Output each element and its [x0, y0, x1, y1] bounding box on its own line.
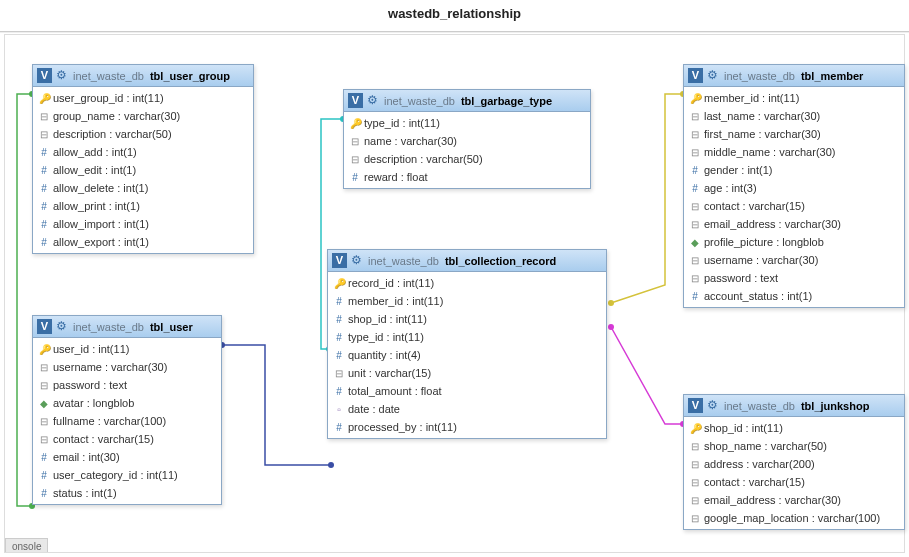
gear-icon[interactable]: ⚙: [707, 69, 720, 82]
column-row[interactable]: ⊟first_name : varchar(30): [684, 125, 904, 143]
column-row[interactable]: ⊟shop_name : varchar(50): [684, 437, 904, 455]
column-row[interactable]: ⊟username : varchar(30): [684, 251, 904, 269]
table-name-label: tbl_user_group: [150, 70, 230, 82]
column-row[interactable]: #total_amount : float: [328, 382, 606, 400]
column-label: avatar : longblob: [53, 397, 134, 409]
column-label: account_status : int(1): [704, 290, 812, 302]
column-row[interactable]: ⊟last_name : varchar(30): [684, 107, 904, 125]
column-row[interactable]: #reward : float: [344, 168, 590, 186]
table-user[interactable]: V⚙inet_waste_dbtbl_user🔑user_id : int(11…: [32, 315, 222, 505]
column-row[interactable]: ◆profile_picture : longblob: [684, 233, 904, 251]
column-row[interactable]: ⊟unit : varchar(15): [328, 364, 606, 382]
column-row[interactable]: ⊟password : text: [684, 269, 904, 287]
title-divider: [0, 31, 909, 32]
column-row[interactable]: ⊟password : text: [33, 376, 221, 394]
column-row[interactable]: ⊟contact : varchar(15): [684, 197, 904, 215]
table-header[interactable]: V⚙inet_waste_dbtbl_junkshop: [684, 395, 904, 417]
column-label: profile_picture : longblob: [704, 236, 824, 248]
column-label: record_id : int(11): [348, 277, 434, 289]
column-row[interactable]: ⊟fullname : varchar(100): [33, 412, 221, 430]
column-row[interactable]: #allow_delete : int(1): [33, 179, 253, 197]
column-row[interactable]: 🔑user_id : int(11): [33, 340, 221, 358]
column-row[interactable]: ⊟username : varchar(30): [33, 358, 221, 376]
column-row[interactable]: 🔑type_id : int(11): [344, 114, 590, 132]
table-header[interactable]: V⚙inet_waste_dbtbl_garbage_type: [344, 90, 590, 112]
column-row[interactable]: #email : int(30): [33, 448, 221, 466]
hash-icon: #: [39, 237, 49, 248]
gear-icon[interactable]: ⚙: [56, 69, 69, 82]
hash-icon: #: [39, 219, 49, 230]
column-row[interactable]: #account_status : int(1): [684, 287, 904, 305]
column-row[interactable]: 🔑user_group_id : int(11): [33, 89, 253, 107]
column-row[interactable]: #gender : int(1): [684, 161, 904, 179]
column-row[interactable]: #age : int(3): [684, 179, 904, 197]
table-header[interactable]: V⚙inet_waste_dbtbl_user_group: [33, 65, 253, 87]
gear-icon[interactable]: ⚙: [56, 320, 69, 333]
text-icon: ⊟: [690, 129, 700, 140]
column-label: address : varchar(200): [704, 458, 815, 470]
gear-icon[interactable]: ⚙: [707, 399, 720, 412]
column-label: reward : float: [364, 171, 428, 183]
column-row[interactable]: #status : int(1): [33, 484, 221, 502]
column-row[interactable]: ▫date : date: [328, 400, 606, 418]
column-row[interactable]: ⊟name : varchar(30): [344, 132, 590, 150]
column-row[interactable]: #allow_edit : int(1): [33, 161, 253, 179]
hash-icon: #: [39, 201, 49, 212]
view-badge-icon: V: [332, 253, 347, 268]
column-row[interactable]: #allow_export : int(1): [33, 233, 253, 251]
text-icon: ⊟: [690, 459, 700, 470]
gear-icon[interactable]: ⚙: [367, 94, 380, 107]
column-row[interactable]: 🔑record_id : int(11): [328, 274, 606, 292]
column-label: date : date: [348, 403, 400, 415]
column-row[interactable]: ⊟description : varchar(50): [344, 150, 590, 168]
column-row[interactable]: ◆avatar : longblob: [33, 394, 221, 412]
table-header[interactable]: V⚙inet_waste_dbtbl_member: [684, 65, 904, 87]
column-row[interactable]: #allow_print : int(1): [33, 197, 253, 215]
column-row[interactable]: 🔑shop_id : int(11): [684, 419, 904, 437]
column-label: group_name : varchar(30): [53, 110, 180, 122]
table-user_group[interactable]: V⚙inet_waste_dbtbl_user_group🔑user_group…: [32, 64, 254, 254]
text-icon: ⊟: [690, 495, 700, 506]
text-icon: ⊟: [690, 513, 700, 524]
hash-icon: #: [39, 488, 49, 499]
column-row[interactable]: ⊟email_address : varchar(30): [684, 215, 904, 233]
column-row[interactable]: ⊟contact : varchar(15): [684, 473, 904, 491]
column-label: password : text: [704, 272, 778, 284]
text-icon: ⊟: [39, 362, 49, 373]
column-row[interactable]: ⊟email_address : varchar(30): [684, 491, 904, 509]
column-row[interactable]: #allow_add : int(1): [33, 143, 253, 161]
column-row[interactable]: #user_category_id : int(11): [33, 466, 221, 484]
column-row[interactable]: ⊟middle_name : varchar(30): [684, 143, 904, 161]
column-label: gender : int(1): [704, 164, 772, 176]
table-garbage_type[interactable]: V⚙inet_waste_dbtbl_garbage_type🔑type_id …: [343, 89, 591, 189]
column-label: email_address : varchar(30): [704, 218, 841, 230]
table-header[interactable]: V⚙inet_waste_dbtbl_user: [33, 316, 221, 338]
table-junkshop[interactable]: V⚙inet_waste_dbtbl_junkshop🔑shop_id : in…: [683, 394, 905, 530]
column-row[interactable]: #shop_id : int(11): [328, 310, 606, 328]
column-row[interactable]: ⊟address : varchar(200): [684, 455, 904, 473]
column-label: shop_name : varchar(50): [704, 440, 827, 452]
hash-icon: #: [334, 422, 344, 433]
column-label: type_id : int(11): [364, 117, 440, 129]
console-tab[interactable]: onsole: [5, 538, 48, 552]
column-row[interactable]: ⊟google_map_location : varchar(100): [684, 509, 904, 527]
db-name-label: inet_waste_db: [724, 70, 795, 82]
blob-icon: ◆: [690, 237, 700, 248]
table-member[interactable]: V⚙inet_waste_dbtbl_member🔑member_id : in…: [683, 64, 905, 308]
column-row[interactable]: #type_id : int(11): [328, 328, 606, 346]
column-row[interactable]: #processed_by : int(11): [328, 418, 606, 436]
text-icon: ⊟: [350, 154, 360, 165]
column-row[interactable]: ⊟description : varchar(50): [33, 125, 253, 143]
column-row[interactable]: #quantity : int(4): [328, 346, 606, 364]
column-row[interactable]: ⊟contact : varchar(15): [33, 430, 221, 448]
column-row[interactable]: ⊟group_name : varchar(30): [33, 107, 253, 125]
column-row[interactable]: #member_id : int(11): [328, 292, 606, 310]
column-row[interactable]: #allow_import : int(1): [33, 215, 253, 233]
column-row[interactable]: 🔑member_id : int(11): [684, 89, 904, 107]
view-badge-icon: V: [37, 319, 52, 334]
table-collection_record[interactable]: V⚙inet_waste_dbtbl_collection_record🔑rec…: [327, 249, 607, 439]
gear-icon[interactable]: ⚙: [351, 254, 364, 267]
diagram-canvas[interactable]: V⚙inet_waste_dbtbl_user_group🔑user_group…: [4, 34, 905, 553]
column-list: 🔑type_id : int(11)⊟name : varchar(30)⊟de…: [344, 112, 590, 188]
table-header[interactable]: V⚙inet_waste_dbtbl_collection_record: [328, 250, 606, 272]
